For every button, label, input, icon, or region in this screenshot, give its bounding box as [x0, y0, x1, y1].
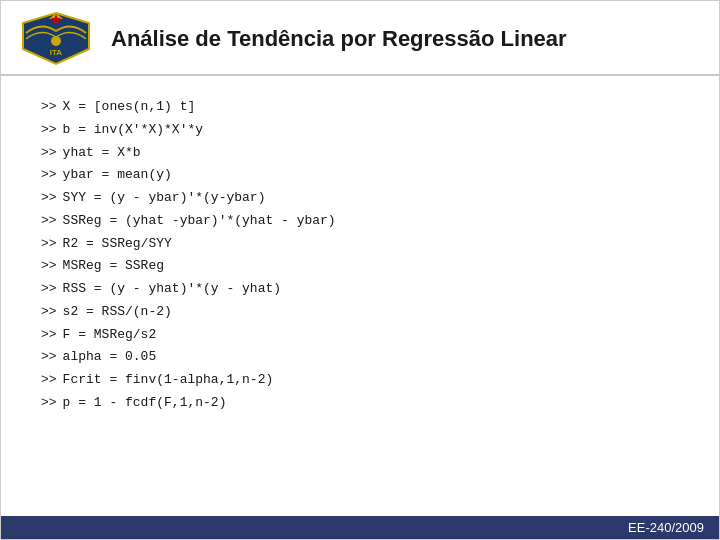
main-content: >>X = [ones(n,1) t]>>b = inv(X'*X)*X'*y>…	[1, 76, 719, 425]
code-line: >>SSReg = (yhat -ybar)'*(yhat - ybar)	[41, 210, 679, 233]
prompt-symbol: >>	[41, 119, 57, 142]
prompt-symbol: >>	[41, 346, 57, 369]
page-container: ITA Análise de Tendência por Regressão L…	[0, 0, 720, 540]
prompt-symbol: >>	[41, 96, 57, 119]
code-text: X = [ones(n,1) t]	[63, 96, 196, 119]
code-text: s2 = RSS/(n-2)	[63, 301, 172, 324]
prompt-symbol: >>	[41, 210, 57, 233]
code-block: >>X = [ones(n,1) t]>>b = inv(X'*X)*X'*y>…	[41, 96, 679, 415]
prompt-symbol: >>	[41, 369, 57, 392]
code-text: SSReg = (yhat -ybar)'*(yhat - ybar)	[63, 210, 336, 233]
code-line: >>s2 = RSS/(n-2)	[41, 301, 679, 324]
code-text: ybar = mean(y)	[63, 164, 172, 187]
code-text: MSReg = SSReg	[63, 255, 164, 278]
prompt-symbol: >>	[41, 255, 57, 278]
prompt-symbol: >>	[41, 142, 57, 165]
code-line: >>Fcrit = finv(1-alpha,1,n-2)	[41, 369, 679, 392]
svg-point-1	[51, 36, 61, 46]
prompt-symbol: >>	[41, 164, 57, 187]
code-line: >>SYY = (y - ybar)'*(y-ybar)	[41, 187, 679, 210]
prompt-symbol: >>	[41, 187, 57, 210]
code-text: yhat = X*b	[63, 142, 141, 165]
code-line: >>ybar = mean(y)	[41, 164, 679, 187]
prompt-symbol: >>	[41, 392, 57, 415]
ita-logo: ITA	[21, 11, 91, 66]
code-text: b = inv(X'*X)*X'*y	[63, 119, 203, 142]
code-line: >>yhat = X*b	[41, 142, 679, 165]
svg-text:ITA: ITA	[50, 48, 63, 57]
logo-container: ITA	[21, 11, 91, 66]
code-line: >>b = inv(X'*X)*X'*y	[41, 119, 679, 142]
header: ITA Análise de Tendência por Regressão L…	[1, 1, 719, 76]
code-line: >>F = MSReg/s2	[41, 324, 679, 347]
code-text: F = MSReg/s2	[63, 324, 157, 347]
code-line: >>MSReg = SSReg	[41, 255, 679, 278]
code-text: R2 = SSReg/SYY	[63, 233, 172, 256]
code-text: Fcrit = finv(1-alpha,1,n-2)	[63, 369, 274, 392]
code-text: p = 1 - fcdf(F,1,n-2)	[63, 392, 227, 415]
prompt-symbol: >>	[41, 233, 57, 256]
footer-label: EE-240/2009	[628, 520, 704, 535]
code-line: >>R2 = SSReg/SYY	[41, 233, 679, 256]
code-text: SYY = (y - ybar)'*(y-ybar)	[63, 187, 266, 210]
code-line: >>p = 1 - fcdf(F,1,n-2)	[41, 392, 679, 415]
code-text: RSS = (y - yhat)'*(y - yhat)	[63, 278, 281, 301]
code-line: >>X = [ones(n,1) t]	[41, 96, 679, 119]
page-title: Análise de Tendência por Regressão Linea…	[111, 26, 567, 52]
code-text: alpha = 0.05	[63, 346, 157, 369]
code-line: >>alpha = 0.05	[41, 346, 679, 369]
prompt-symbol: >>	[41, 324, 57, 347]
prompt-symbol: >>	[41, 278, 57, 301]
code-line: >>RSS = (y - yhat)'*(y - yhat)	[41, 278, 679, 301]
prompt-symbol: >>	[41, 301, 57, 324]
footer-bar: EE-240/2009	[1, 516, 719, 539]
